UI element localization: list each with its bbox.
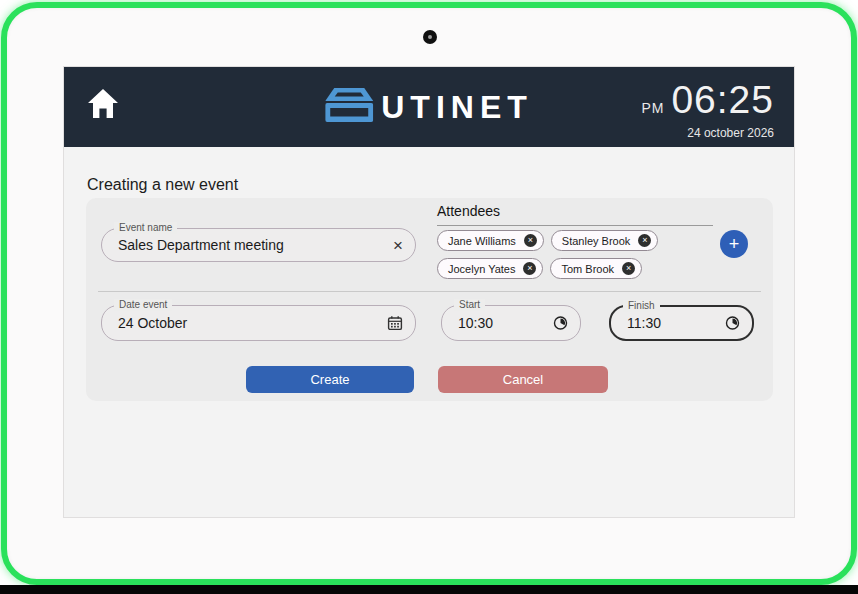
remove-attendee-icon[interactable]: ×: [638, 234, 651, 247]
bottom-shadow-strip: [0, 585, 858, 594]
clock-picker-icon[interactable]: [725, 316, 740, 331]
form-section-divider: [98, 291, 761, 292]
attendees-chip-list: Jane Williams × Stanley Brook × Jocelyn …: [437, 230, 719, 279]
home-button[interactable]: [86, 88, 120, 122]
clear-x-icon: ×: [393, 237, 403, 254]
start-time-field[interactable]: Start 10:30: [441, 305, 581, 341]
clock-block: PM 06:25 24 october 2026: [641, 80, 774, 140]
attendees-underline: [437, 225, 713, 226]
brand-logo: UTINET: [325, 88, 533, 126]
attendee-chip[interactable]: Stanley Brook ×: [551, 230, 658, 251]
clock-date: 24 october 2026: [641, 126, 774, 140]
attendee-chip[interactable]: Jocelyn Yates ×: [437, 258, 543, 279]
app-screen: UTINET PM 06:25 24 october 2026 Creating…: [63, 66, 795, 518]
remove-attendee-icon[interactable]: ×: [523, 262, 536, 275]
clock-meridiem: PM: [641, 100, 664, 116]
date-event-label: Date event: [114, 299, 172, 311]
attendee-chip[interactable]: Tom Brook ×: [550, 258, 642, 279]
attendee-chip[interactable]: Jane Williams ×: [437, 230, 544, 251]
start-time-value: 10:30: [458, 315, 493, 331]
camera-dot: [423, 30, 437, 44]
app-header: UTINET PM 06:25 24 october 2026: [64, 67, 794, 147]
attendees-title: Attendees: [437, 203, 500, 219]
event-form-panel: Event name Sales Department meeting × At…: [86, 198, 773, 401]
event-name-field[interactable]: Event name Sales Department meeting ×: [101, 228, 416, 262]
start-time-label: Start: [454, 299, 485, 311]
calendar-icon[interactable]: [387, 315, 403, 331]
finish-time-label: Finish: [623, 300, 660, 312]
logo-device-icon: [325, 88, 373, 126]
attendee-chip-label: Tom Brook: [561, 263, 614, 275]
plus-icon: +: [720, 230, 748, 258]
add-attendee-button[interactable]: +: [720, 230, 748, 258]
remove-attendee-icon[interactable]: ×: [524, 234, 537, 247]
finish-time-field[interactable]: Finish 11:30: [609, 305, 754, 341]
clear-event-name-button[interactable]: ×: [393, 237, 403, 254]
page-title: Creating a new event: [87, 176, 238, 194]
event-name-value: Sales Department meeting: [118, 237, 284, 253]
remove-attendee-icon[interactable]: ×: [622, 262, 635, 275]
screenshot-stage: UTINET PM 06:25 24 october 2026 Creating…: [0, 0, 858, 594]
date-event-value: 24 October: [118, 315, 187, 331]
clock-picker-icon[interactable]: [553, 316, 568, 331]
finish-time-value: 11:30: [627, 315, 661, 331]
attendee-chip-label: Jocelyn Yates: [448, 263, 515, 275]
attendee-chip-label: Jane Williams: [448, 235, 516, 247]
create-button[interactable]: Create: [246, 366, 414, 393]
date-event-field[interactable]: Date event 24 October: [101, 305, 416, 341]
home-icon: [86, 108, 120, 123]
clock-time: 06:25: [671, 80, 774, 119]
event-name-label: Event name: [114, 222, 177, 234]
cancel-button[interactable]: Cancel: [438, 366, 608, 393]
brand-text: UTINET: [381, 91, 533, 123]
attendee-chip-label: Stanley Brook: [562, 235, 630, 247]
